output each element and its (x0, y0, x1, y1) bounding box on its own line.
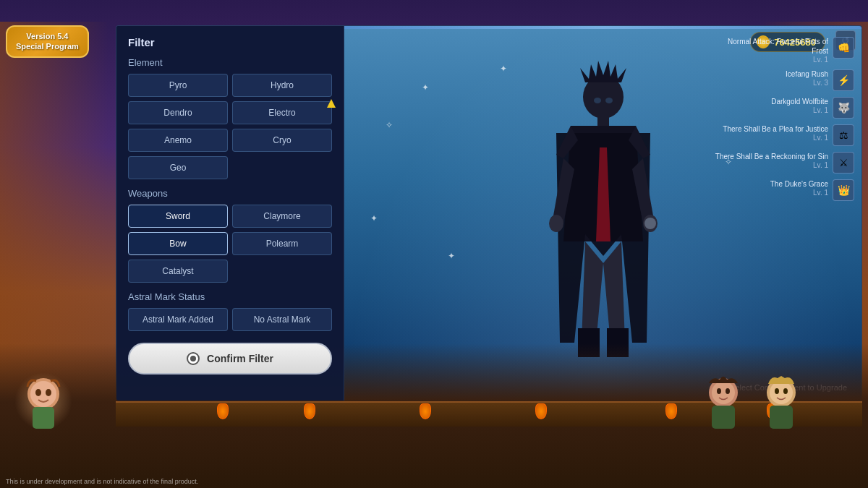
electro-indicator (327, 99, 336, 108)
skill-icon-6[interactable]: 👑 (833, 179, 854, 201)
skill-item-3: Darkgold Wolfbite Lv. 1 🐺 (710, 97, 854, 119)
skill-item-1: Normal Attack: Forceful Fists of Frost L… (710, 37, 854, 64)
weapons-filter-grid: Sword Claymore Bow Polearm Catalyst (128, 205, 332, 283)
astral-section-title: Astral Mark Status (128, 291, 332, 302)
lantern-5 (665, 403, 677, 419)
svg-rect-21 (770, 406, 793, 429)
sparkle-3: ✦ (500, 64, 507, 74)
filter-no-astral[interactable]: No Astral Mark (232, 308, 332, 331)
skill-name-6: The Duke's Grace (710, 179, 828, 189)
filter-hydro[interactable]: Hydro (232, 74, 332, 97)
sparkle-2: ✧ (386, 120, 393, 130)
svg-rect-11 (33, 407, 54, 429)
skill-level-3: Lv. 1 (710, 106, 828, 114)
filter-electro[interactable]: Electro (232, 101, 332, 124)
skills-panel: Normal Attack: Forceful Fists of Frost L… (710, 37, 854, 207)
svg-point-13 (712, 381, 735, 404)
version-badge: Version 5.4 Special Program (6, 25, 89, 58)
skill-item-4: There Shall Be a Plea for Justice Lv. 1 … (710, 124, 854, 146)
svg-point-14 (717, 388, 721, 394)
filter-sword[interactable]: Sword (128, 205, 228, 228)
skill-level-5: Lv. 1 (710, 161, 828, 169)
lantern-3 (420, 403, 431, 419)
skill-level-1: Lv. 1 (710, 56, 828, 64)
filter-panel: Filter Element Pyro Hydro Dendro Electro… (116, 26, 344, 401)
svg-point-15 (726, 388, 730, 394)
confirm-filter-button[interactable]: Confirm Filter (128, 343, 332, 374)
confirm-btn-icon (187, 352, 200, 365)
filter-dendro[interactable]: Dendro (128, 101, 228, 124)
svg-point-4 (644, 218, 656, 229)
svg-point-19 (775, 388, 779, 394)
disclaimer-text: This is under development and is not ind… (6, 478, 198, 485)
svg-rect-16 (712, 406, 735, 429)
filter-catalyst[interactable]: Catalyst (128, 260, 228, 283)
skill-icon-2[interactable]: ⚡ (833, 69, 854, 91)
svg-point-20 (783, 388, 788, 394)
sparkle-5: ✦ (370, 213, 378, 223)
skill-item-5: There Shall Be a Reckoning for Sin Lv. 1… (710, 152, 854, 174)
skill-name-5: There Shall Be a Reckoning for Sin (710, 152, 828, 161)
svg-point-10 (46, 389, 51, 396)
lantern-1 (217, 403, 229, 419)
chibi-character-right1 (694, 372, 752, 430)
svg-point-6 (605, 98, 613, 103)
element-filter-grid: Pyro Hydro Dendro Electro Anemo Cryo Geo (128, 74, 332, 179)
skill-item-2: Icefang Rush Lv. 3 ⚡ (710, 69, 854, 91)
filter-anemo[interactable]: Anemo (128, 129, 228, 152)
filter-cryo[interactable]: Cryo (232, 129, 332, 152)
skill-icon-5[interactable]: ⚔ (833, 152, 854, 174)
skill-name-2: Icefang Rush (710, 69, 828, 79)
filter-claymore[interactable]: Claymore (232, 205, 332, 228)
skill-icon-4[interactable]: ⚖ (833, 124, 854, 146)
skill-level-4: Lv. 1 (710, 134, 828, 142)
astral-filter-grid: Astral Mark Added No Astral Mark (128, 308, 332, 331)
sparkle-6: ✦ (448, 251, 455, 261)
skill-icon-3[interactable]: 🐺 (833, 97, 854, 119)
version-line1: Version 5.4 (16, 31, 79, 41)
filter-title: Filter (128, 36, 332, 48)
skill-icon-1[interactable]: 👊 (833, 37, 854, 59)
lantern-4 (535, 403, 547, 419)
skill-level-2: Lv. 3 (710, 79, 828, 87)
weapons-section-title: Weapons (128, 188, 332, 199)
panel-top-decoration (344, 26, 861, 29)
filter-pyro[interactable]: Pyro (128, 74, 228, 97)
sparkle-1: ✦ (422, 82, 429, 93)
skill-name-3: Darkgold Wolfbite (710, 97, 828, 106)
svg-point-5 (594, 98, 601, 103)
skill-item-6: The Duke's Grace Lv. 1 👑 (710, 179, 854, 201)
filter-astral-added[interactable]: Astral Mark Added (128, 308, 228, 331)
lantern-2 (304, 403, 315, 419)
skill-name-4: There Shall Be a Plea for Justice (710, 124, 828, 134)
filter-bow[interactable]: Bow (128, 232, 228, 255)
skill-name-1: Normal Attack: Forceful Fists of Frost (710, 37, 828, 56)
skill-level-6: Lv. 1 (710, 189, 828, 197)
svg-point-18 (770, 381, 793, 404)
svg-point-8 (30, 381, 56, 407)
svg-point-2 (549, 215, 563, 232)
chibi-character-right2 (752, 372, 810, 430)
filter-polearm[interactable]: Polearm (232, 232, 332, 255)
filter-geo[interactable]: Geo (128, 156, 228, 179)
element-section-title: Element (128, 57, 332, 68)
version-line2: Special Program (16, 41, 79, 51)
svg-point-9 (35, 389, 41, 396)
chibi-character-left (14, 372, 72, 430)
confirm-btn-label: Confirm Filter (207, 353, 273, 364)
